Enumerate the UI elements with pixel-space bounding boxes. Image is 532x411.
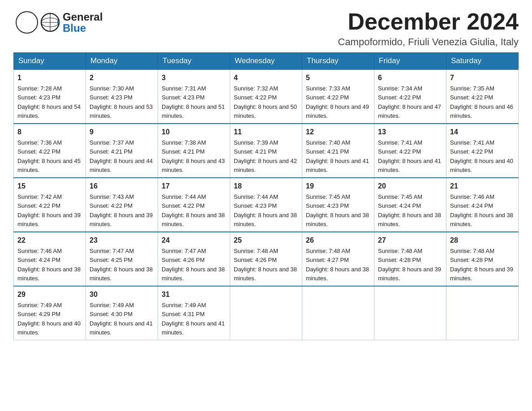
day-number: 23 bbox=[90, 235, 154, 246]
calendar-cell: 19 Sunrise: 7:45 AMSunset: 4:23 PMDaylig… bbox=[302, 178, 374, 232]
day-info: Sunrise: 7:41 AMSunset: 4:22 PMDaylight:… bbox=[378, 139, 441, 173]
day-info: Sunrise: 7:49 AMSunset: 4:31 PMDaylight:… bbox=[162, 302, 225, 336]
day-number: 18 bbox=[234, 181, 298, 192]
week-row-3: 15 Sunrise: 7:42 AMSunset: 4:22 PMDaylig… bbox=[14, 178, 519, 232]
calendar-cell: 10 Sunrise: 7:38 AMSunset: 4:21 PMDaylig… bbox=[158, 124, 230, 178]
week-row-1: 1 Sunrise: 7:28 AMSunset: 4:23 PMDayligh… bbox=[14, 69, 519, 124]
calendar-cell: 4 Sunrise: 7:32 AMSunset: 4:22 PMDayligh… bbox=[230, 69, 302, 124]
day-number: 10 bbox=[162, 127, 226, 137]
calendar-cell: 17 Sunrise: 7:44 AMSunset: 4:22 PMDaylig… bbox=[158, 178, 230, 232]
day-number: 17 bbox=[162, 181, 226, 192]
header-monday: Monday bbox=[86, 53, 158, 70]
day-info: Sunrise: 7:42 AMSunset: 4:22 PMDaylight:… bbox=[17, 193, 81, 227]
logo-blue-text: Blue bbox=[63, 22, 103, 34]
day-info: Sunrise: 7:34 AMSunset: 4:22 PMDaylight:… bbox=[378, 85, 441, 119]
calendar-cell: 7 Sunrise: 7:35 AMSunset: 4:22 PMDayligh… bbox=[446, 69, 519, 124]
calendar-cell: 15 Sunrise: 7:42 AMSunset: 4:22 PMDaylig… bbox=[14, 178, 86, 232]
page-header: General Blue December 2024 Campoformido,… bbox=[13, 9, 519, 48]
calendar-cell: 18 Sunrise: 7:44 AMSunset: 4:23 PMDaylig… bbox=[230, 178, 302, 232]
week-row-4: 22 Sunrise: 7:46 AMSunset: 4:24 PMDaylig… bbox=[14, 232, 519, 286]
day-info: Sunrise: 7:47 AMSunset: 4:26 PMDaylight:… bbox=[162, 248, 225, 282]
header-friday: Friday bbox=[374, 53, 446, 70]
calendar-header-row: SundayMondayTuesdayWednesdayThursdayFrid… bbox=[14, 53, 519, 70]
day-info: Sunrise: 7:41 AMSunset: 4:22 PMDaylight:… bbox=[450, 139, 513, 173]
day-number: 19 bbox=[306, 181, 370, 192]
day-number: 13 bbox=[378, 127, 442, 137]
calendar-cell: 3 Sunrise: 7:31 AMSunset: 4:23 PMDayligh… bbox=[158, 69, 230, 124]
calendar-cell: 5 Sunrise: 7:33 AMSunset: 4:22 PMDayligh… bbox=[302, 69, 374, 124]
calendar-cell: 11 Sunrise: 7:39 AMSunset: 4:21 PMDaylig… bbox=[230, 124, 302, 178]
calendar-cell: 25 Sunrise: 7:48 AMSunset: 4:26 PMDaylig… bbox=[230, 232, 302, 286]
calendar-cell: 31 Sunrise: 7:49 AMSunset: 4:31 PMDaylig… bbox=[158, 286, 230, 340]
calendar-cell: 1 Sunrise: 7:28 AMSunset: 4:23 PMDayligh… bbox=[14, 69, 86, 124]
header-saturday: Saturday bbox=[446, 53, 519, 70]
day-number: 9 bbox=[90, 127, 154, 137]
calendar-cell: 16 Sunrise: 7:43 AMSunset: 4:22 PMDaylig… bbox=[86, 178, 158, 232]
day-info: Sunrise: 7:35 AMSunset: 4:22 PMDaylight:… bbox=[450, 85, 513, 119]
header-tuesday: Tuesday bbox=[158, 53, 230, 70]
calendar-cell bbox=[374, 286, 446, 340]
calendar-cell: 30 Sunrise: 7:49 AMSunset: 4:30 PMDaylig… bbox=[86, 286, 158, 340]
title-block: December 2024 Campoformido, Friuli Venez… bbox=[338, 9, 519, 48]
day-number: 21 bbox=[450, 181, 515, 192]
header-thursday: Thursday bbox=[302, 53, 374, 70]
day-number: 3 bbox=[162, 73, 226, 83]
calendar-cell: 27 Sunrise: 7:48 AMSunset: 4:28 PMDaylig… bbox=[374, 232, 446, 286]
header-wednesday: Wednesday bbox=[230, 53, 302, 70]
day-info: Sunrise: 7:44 AMSunset: 4:22 PMDaylight:… bbox=[162, 193, 225, 227]
logo: General Blue bbox=[13, 9, 103, 36]
day-info: Sunrise: 7:45 AMSunset: 4:24 PMDaylight:… bbox=[378, 193, 441, 227]
day-number: 25 bbox=[234, 235, 298, 246]
logo-wordmark: General Blue bbox=[40, 11, 103, 34]
calendar-cell bbox=[302, 286, 374, 340]
week-row-5: 29 Sunrise: 7:49 AMSunset: 4:29 PMDaylig… bbox=[14, 286, 519, 340]
day-number: 30 bbox=[90, 289, 154, 300]
calendar-cell: 14 Sunrise: 7:41 AMSunset: 4:22 PMDaylig… bbox=[446, 124, 519, 178]
day-info: Sunrise: 7:33 AMSunset: 4:22 PMDaylight:… bbox=[306, 85, 369, 119]
day-number: 11 bbox=[234, 127, 298, 137]
day-number: 22 bbox=[17, 235, 82, 246]
day-info: Sunrise: 7:48 AMSunset: 4:27 PMDaylight:… bbox=[306, 248, 369, 282]
day-info: Sunrise: 7:44 AMSunset: 4:23 PMDaylight:… bbox=[234, 193, 297, 227]
day-info: Sunrise: 7:37 AMSunset: 4:21 PMDaylight:… bbox=[90, 139, 153, 173]
calendar-cell: 13 Sunrise: 7:41 AMSunset: 4:22 PMDaylig… bbox=[374, 124, 446, 178]
calendar-cell: 20 Sunrise: 7:45 AMSunset: 4:24 PMDaylig… bbox=[374, 178, 446, 232]
day-number: 12 bbox=[306, 127, 370, 137]
page-title: December 2024 bbox=[338, 9, 519, 34]
day-info: Sunrise: 7:49 AMSunset: 4:30 PMDaylight:… bbox=[90, 302, 153, 336]
day-info: Sunrise: 7:30 AMSunset: 4:23 PMDaylight:… bbox=[90, 85, 153, 119]
calendar-cell: 24 Sunrise: 7:47 AMSunset: 4:26 PMDaylig… bbox=[158, 232, 230, 286]
day-info: Sunrise: 7:47 AMSunset: 4:25 PMDaylight:… bbox=[90, 248, 153, 282]
calendar-cell: 29 Sunrise: 7:49 AMSunset: 4:29 PMDaylig… bbox=[14, 286, 86, 340]
day-info: Sunrise: 7:48 AMSunset: 4:26 PMDaylight:… bbox=[234, 248, 297, 282]
day-info: Sunrise: 7:48 AMSunset: 4:28 PMDaylight:… bbox=[378, 248, 441, 282]
week-row-2: 8 Sunrise: 7:36 AMSunset: 4:22 PMDayligh… bbox=[14, 124, 519, 178]
calendar-cell: 12 Sunrise: 7:40 AMSunset: 4:21 PMDaylig… bbox=[302, 124, 374, 178]
day-number: 14 bbox=[450, 127, 515, 137]
day-info: Sunrise: 7:46 AMSunset: 4:24 PMDaylight:… bbox=[450, 193, 513, 227]
calendar-table: SundayMondayTuesdayWednesdayThursdayFrid… bbox=[13, 52, 519, 340]
calendar-cell: 8 Sunrise: 7:36 AMSunset: 4:22 PMDayligh… bbox=[14, 124, 86, 178]
day-number: 5 bbox=[306, 73, 370, 83]
calendar-cell: 28 Sunrise: 7:48 AMSunset: 4:28 PMDaylig… bbox=[446, 232, 519, 286]
calendar-cell bbox=[446, 286, 519, 340]
day-number: 29 bbox=[17, 289, 82, 300]
day-number: 24 bbox=[162, 235, 226, 246]
day-info: Sunrise: 7:31 AMSunset: 4:23 PMDaylight:… bbox=[162, 85, 225, 119]
calendar-cell: 26 Sunrise: 7:48 AMSunset: 4:27 PMDaylig… bbox=[302, 232, 374, 286]
calendar-cell: 6 Sunrise: 7:34 AMSunset: 4:22 PMDayligh… bbox=[374, 69, 446, 124]
day-info: Sunrise: 7:39 AMSunset: 4:21 PMDaylight:… bbox=[234, 139, 297, 173]
logo-icon bbox=[13, 9, 40, 36]
day-info: Sunrise: 7:48 AMSunset: 4:28 PMDaylight:… bbox=[450, 248, 513, 282]
logo-general-text: General bbox=[63, 11, 103, 22]
svg-point-1 bbox=[16, 12, 38, 33]
day-number: 26 bbox=[306, 235, 370, 246]
day-number: 2 bbox=[90, 73, 154, 83]
day-info: Sunrise: 7:46 AMSunset: 4:24 PMDaylight:… bbox=[17, 248, 81, 282]
calendar-cell: 23 Sunrise: 7:47 AMSunset: 4:25 PMDaylig… bbox=[86, 232, 158, 286]
day-info: Sunrise: 7:43 AMSunset: 4:22 PMDaylight:… bbox=[90, 193, 153, 227]
logo-g-icon bbox=[40, 13, 60, 32]
day-number: 16 bbox=[90, 181, 154, 192]
day-number: 6 bbox=[378, 73, 442, 83]
day-number: 15 bbox=[17, 181, 82, 192]
